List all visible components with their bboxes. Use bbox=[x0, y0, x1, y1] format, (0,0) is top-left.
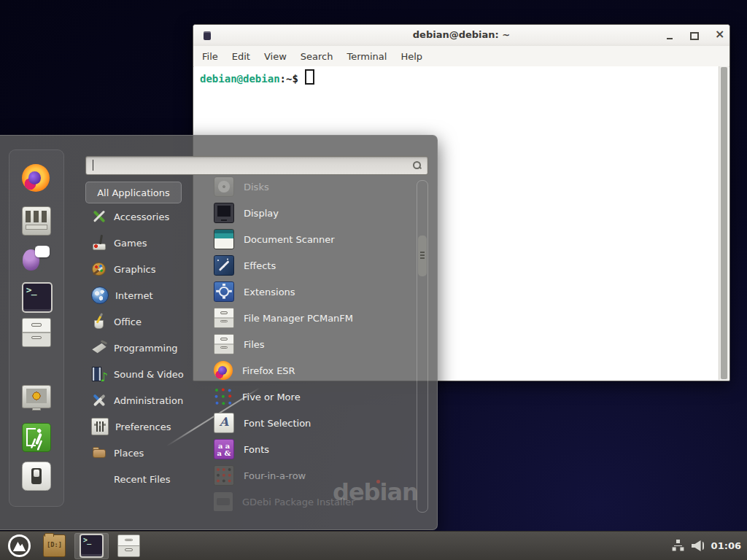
programming-icon bbox=[91, 340, 107, 356]
keyboard-icon bbox=[22, 206, 51, 236]
app-files[interactable]: Files bbox=[206, 331, 415, 357]
prompt-user: debian@debian bbox=[200, 73, 280, 85]
app-disks[interactable]: Disks bbox=[206, 174, 415, 200]
app-font-selection[interactable]: Font Selection bbox=[206, 410, 415, 436]
clock[interactable]: 01:06 bbox=[711, 540, 741, 551]
item-label: Graphics bbox=[114, 264, 155, 275]
category-graphics[interactable]: Graphics bbox=[85, 256, 196, 282]
cabinet-icon bbox=[214, 308, 234, 328]
application-menu: debian All Applications AccessoriesGames… bbox=[0, 135, 438, 530]
lockscreen-icon bbox=[22, 385, 51, 408]
item-label: Extensions bbox=[244, 287, 295, 298]
text-caret bbox=[93, 160, 93, 171]
favorite-firefox[interactable] bbox=[22, 164, 50, 192]
app-effects[interactable]: Effects bbox=[206, 252, 415, 279]
app-five-or-more[interactable]: Five or More bbox=[206, 384, 415, 410]
folder-launcher[interactable] bbox=[39, 533, 69, 559]
app-file-manager-pcmanfm[interactable]: File Manager PCManFM bbox=[206, 305, 415, 331]
category-administration[interactable]: Administration bbox=[85, 387, 196, 413]
favorite-shutdown[interactable] bbox=[22, 462, 50, 489]
terminal-menu-terminal[interactable]: Terminal bbox=[347, 51, 387, 62]
places-icon bbox=[91, 445, 107, 461]
item-label: Font Selection bbox=[244, 418, 311, 429]
terminal-menu-view[interactable]: View bbox=[264, 51, 287, 62]
cabinet-icon bbox=[214, 334, 234, 354]
sound-video-icon bbox=[91, 366, 107, 382]
category-sound-video[interactable]: Sound & Video bbox=[85, 361, 196, 387]
games-icon bbox=[91, 235, 107, 251]
item-label: Document Scanner bbox=[244, 234, 335, 245]
category-internet[interactable]: Internet bbox=[85, 282, 196, 308]
app-display[interactable]: Display bbox=[206, 200, 415, 226]
cabinet-icon bbox=[22, 318, 51, 347]
desktop[interactable]: debian@debian: ~ FileEditViewSearchTermi… bbox=[0, 0, 747, 560]
item-label: Five or More bbox=[242, 392, 301, 402]
category-preferences[interactable]: Preferences bbox=[85, 413, 196, 440]
terminal-menu-search[interactable]: Search bbox=[301, 51, 333, 62]
search-box[interactable] bbox=[85, 156, 428, 175]
app-firefox-esr[interactable]: Firefox ESR bbox=[206, 357, 415, 384]
fonts-icon bbox=[214, 439, 234, 459]
gdebi-icon bbox=[214, 492, 233, 511]
display-icon bbox=[214, 203, 234, 223]
favorite-pidgin[interactable] bbox=[22, 244, 50, 272]
category-games[interactable]: Games bbox=[85, 230, 196, 256]
category-places[interactable]: Places bbox=[85, 440, 196, 466]
minimize-icon bbox=[667, 38, 673, 39]
taskbar: 01:06 bbox=[0, 531, 747, 560]
item-label: File Manager PCManFM bbox=[244, 313, 353, 324]
terminal-scrollbar[interactable] bbox=[719, 66, 729, 380]
item-label: Fonts bbox=[244, 444, 269, 455]
network-icon[interactable] bbox=[672, 540, 685, 553]
category-programming[interactable]: Programming bbox=[85, 335, 196, 361]
category-office[interactable]: Office bbox=[85, 308, 196, 335]
document-scanner-icon bbox=[214, 229, 234, 249]
volume-icon[interactable] bbox=[692, 540, 705, 553]
logout-icon bbox=[22, 423, 51, 452]
maximize-icon bbox=[690, 32, 699, 40]
app-gdebi-package-installer[interactable]: GDebi Package Installer bbox=[206, 489, 415, 515]
item-label: Games bbox=[114, 238, 147, 249]
category-recent-files[interactable]: Recent Files bbox=[85, 466, 196, 492]
terminal-icon bbox=[22, 282, 53, 313]
favorite-logout[interactable] bbox=[22, 423, 50, 451]
terminal-menu-help[interactable]: Help bbox=[400, 51, 422, 62]
favorite-software[interactable] bbox=[22, 206, 50, 234]
favorite-lock-screen[interactable] bbox=[22, 385, 50, 413]
terminal-scrollbar-thumb[interactable] bbox=[721, 67, 727, 379]
terminal-titlebar[interactable]: debian@debian: ~ bbox=[193, 25, 729, 47]
app-extensions[interactable]: Extensions bbox=[206, 279, 415, 305]
category-accessories[interactable]: Accessories bbox=[85, 203, 196, 230]
menu-logo-icon bbox=[8, 534, 31, 557]
terminal-menu-edit[interactable]: Edit bbox=[232, 51, 250, 62]
maximize-button[interactable] bbox=[688, 30, 701, 42]
menu-button[interactable] bbox=[4, 533, 34, 559]
taskbar-launchers bbox=[0, 532, 144, 560]
minimize-button[interactable] bbox=[663, 30, 676, 42]
menu-scrollbar-thumb[interactable] bbox=[418, 236, 427, 276]
item-label: Sound & Video bbox=[114, 369, 184, 380]
item-label: Preferences bbox=[115, 421, 171, 432]
five-or-more-icon bbox=[214, 387, 233, 406]
four-in-a-row-icon bbox=[214, 465, 234, 486]
favorite-terminal[interactable] bbox=[22, 282, 50, 310]
files-launcher[interactable] bbox=[114, 533, 144, 559]
system-tray: 01:06 bbox=[672, 540, 747, 553]
preferences-icon bbox=[91, 418, 109, 435]
terminal-cursor bbox=[305, 69, 314, 85]
extensions-icon bbox=[214, 281, 234, 302]
close-icon bbox=[715, 31, 724, 41]
effects-icon bbox=[214, 255, 234, 276]
app-fonts[interactable]: Fonts bbox=[206, 436, 415, 462]
menu-scrollbar[interactable] bbox=[417, 180, 428, 513]
item-label: Effects bbox=[244, 260, 276, 271]
app-document-scanner[interactable]: Document Scanner bbox=[206, 226, 415, 252]
favorites-column bbox=[9, 149, 64, 507]
terminal-menu-file[interactable]: File bbox=[202, 51, 218, 62]
all-applications-button[interactable]: All Applications bbox=[85, 182, 182, 203]
app-four-in-a-row[interactable]: Four-in-a-row bbox=[206, 462, 415, 489]
terminal-window-button[interactable] bbox=[74, 533, 109, 559]
close-button[interactable] bbox=[713, 30, 726, 42]
item-label: Four-in-a-row bbox=[244, 470, 306, 481]
favorite-files[interactable] bbox=[22, 318, 50, 346]
